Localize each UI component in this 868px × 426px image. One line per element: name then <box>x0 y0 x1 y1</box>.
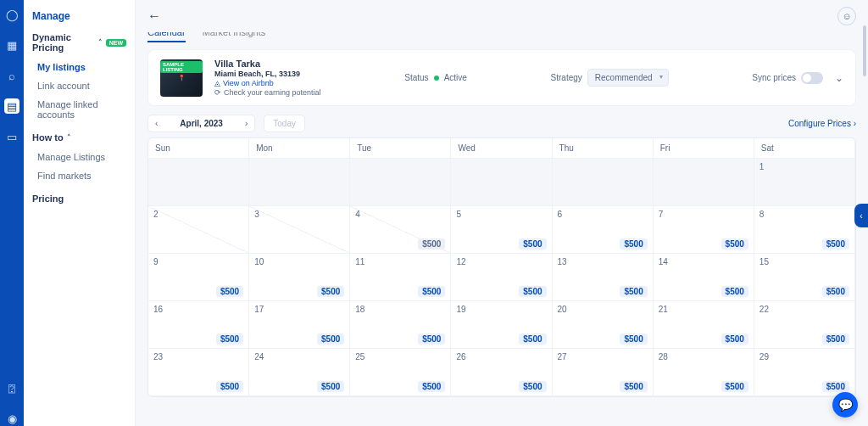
day-number: 7 <box>659 210 664 219</box>
day-number: 18 <box>355 305 364 314</box>
sidebar-item-find-markets[interactable]: Find markets <box>32 166 126 185</box>
day-price: $500 <box>418 286 445 297</box>
calendar-day[interactable]: 23$500 <box>148 349 249 396</box>
calendar-day[interactable]: 29$500 <box>754 349 855 396</box>
configure-prices-link[interactable]: Configure Prices › <box>788 119 856 128</box>
next-month-button[interactable]: › <box>238 115 254 132</box>
day-price: $500 <box>822 238 849 249</box>
day-price: $500 <box>721 238 748 249</box>
day-number: 25 <box>355 352 364 362</box>
calendar-day[interactable]: 28$500 <box>654 349 754 396</box>
calendar-day[interactable]: 26$500 <box>451 349 552 396</box>
section-dynamic-pricing[interactable]: Dynamic Pricing ˄ NEW <box>32 32 126 53</box>
day-number: 24 <box>254 352 264 362</box>
day-number: 23 <box>153 352 163 362</box>
profile-icon[interactable]: ◉ <box>4 411 19 426</box>
sidebar-title: Manage <box>32 10 126 22</box>
calendar-day[interactable]: 8$500 <box>754 206 855 254</box>
calendar-day[interactable]: 21$500 <box>654 301 754 349</box>
calendar-day <box>553 159 654 206</box>
strategy-select[interactable]: Recommended <box>587 69 669 87</box>
tab-market-insights[interactable]: Market Insights <box>203 32 266 42</box>
calendar-day[interactable]: 10$500 <box>249 254 350 301</box>
sidebar-item-manage-listings[interactable]: Manage Listings <box>32 148 126 166</box>
calendar-day[interactable]: 7$500 <box>654 206 754 254</box>
status-dot-icon <box>434 76 439 81</box>
calendar-day[interactable]: 25$500 <box>350 349 451 396</box>
view-on-airbnb-link[interactable]: ◬ View on Airbnb <box>214 79 321 87</box>
calendar-day[interactable]: 27$500 <box>553 349 654 396</box>
day-price: $500 <box>721 334 748 345</box>
calendar-day[interactable]: 13$500 <box>553 254 654 301</box>
day-price: $500 <box>418 381 445 392</box>
calendar-day[interactable]: 5$500 <box>451 206 552 254</box>
back-arrow-icon[interactable]: ← <box>147 8 161 24</box>
day-price: $500 <box>317 381 344 392</box>
calendar-day[interactable]: 15$500 <box>754 254 855 301</box>
user-menu[interactable]: ☺ <box>837 7 856 25</box>
calendar-day[interactable]: 2 <box>148 206 249 254</box>
scrollbar[interactable] <box>863 25 866 76</box>
sync-label: Sync prices <box>752 73 796 82</box>
logo-icon[interactable]: ◯ <box>4 7 19 22</box>
sidebar-item-my-listings[interactable]: My listings <box>32 58 126 76</box>
tab-calendar[interactable]: Calendar <box>147 32 186 42</box>
calendar-day[interactable]: 17$500 <box>249 301 350 349</box>
sample-tag: SAMPLE LISTING <box>160 61 203 73</box>
status-value: Active <box>444 73 467 82</box>
day-price: $500 <box>620 334 647 345</box>
sync-toggle[interactable] <box>801 72 823 84</box>
sidebar: Manage Dynamic Pricing ˄ NEW My listings… <box>24 0 136 426</box>
calendar-day[interactable]: 16$500 <box>148 301 249 349</box>
side-panel-tab[interactable]: ‹ <box>854 204 868 227</box>
dow-header: Fri <box>654 138 754 159</box>
day-number: 2 <box>153 210 159 219</box>
day-number: 8 <box>760 210 765 219</box>
calendar-day[interactable]: 18$500 <box>350 301 451 349</box>
calendar-day[interactable]: 12$500 <box>451 254 552 301</box>
calendar-day[interactable]: 9$500 <box>148 254 249 301</box>
calendar-day[interactable]: 19$500 <box>451 301 552 349</box>
day-number: 1 <box>760 162 765 171</box>
day-number: 16 <box>153 305 163 314</box>
listing-card: SAMPLE LISTING 📍 Villa Tarka Miami Beach… <box>147 49 856 106</box>
day-price: $500 <box>519 334 546 345</box>
search-icon[interactable]: ⌕ <box>4 68 19 83</box>
section-how-to[interactable]: How to ˄ <box>32 132 126 143</box>
book-icon[interactable]: ▭ <box>4 129 19 144</box>
section-pricing[interactable]: Pricing <box>32 193 126 204</box>
day-price: $500 <box>519 381 546 392</box>
strategy-label: Strategy <box>551 73 582 82</box>
day-price: $500 <box>620 238 647 249</box>
day-price: $500 <box>216 334 243 345</box>
day-price: $500 <box>519 238 546 249</box>
day-price: $500 <box>317 286 344 297</box>
day-number: 9 <box>153 257 159 266</box>
month-nav: ‹ April, 2023 › <box>147 115 255 132</box>
chat-bubble-icon[interactable]: 💬 <box>832 392 858 418</box>
sidebar-item-manage-linked[interactable]: Manage linked accounts <box>32 95 126 124</box>
calendar-day[interactable]: 14$500 <box>654 254 754 301</box>
earning-potential-link[interactable]: ⟳ Check your earning potential <box>214 88 321 97</box>
day-price: $500 <box>620 381 647 392</box>
grid-icon[interactable]: ▦ <box>4 37 19 53</box>
today-button[interactable]: Today <box>264 115 305 132</box>
day-price: $500 <box>721 286 748 297</box>
prev-month-button[interactable]: ‹ <box>148 115 164 132</box>
calendar-day[interactable]: 6$500 <box>553 206 654 254</box>
calendar-day[interactable]: 20$500 <box>553 301 654 349</box>
calendar-day <box>654 159 754 206</box>
expand-chevron-icon[interactable]: ⌄ <box>835 72 843 84</box>
sidebar-item-link-account[interactable]: Link account <box>32 76 126 95</box>
day-number: 22 <box>760 305 769 314</box>
calendar-day[interactable]: 1 <box>754 159 855 206</box>
calendar-day[interactable]: 22$500 <box>754 301 855 349</box>
map-pin-icon: 📍 <box>178 75 186 81</box>
calendar-day[interactable]: 11$500 <box>350 254 451 301</box>
chart-icon[interactable]: ▤ <box>4 98 19 114</box>
calendar-day[interactable]: 3 <box>249 206 350 254</box>
help-icon[interactable]: ⍰ <box>4 380 19 395</box>
calendar-day[interactable]: 24$500 <box>249 349 350 396</box>
dow-header: Mon <box>249 138 350 159</box>
calendar-day[interactable]: 4$500 <box>350 206 451 254</box>
